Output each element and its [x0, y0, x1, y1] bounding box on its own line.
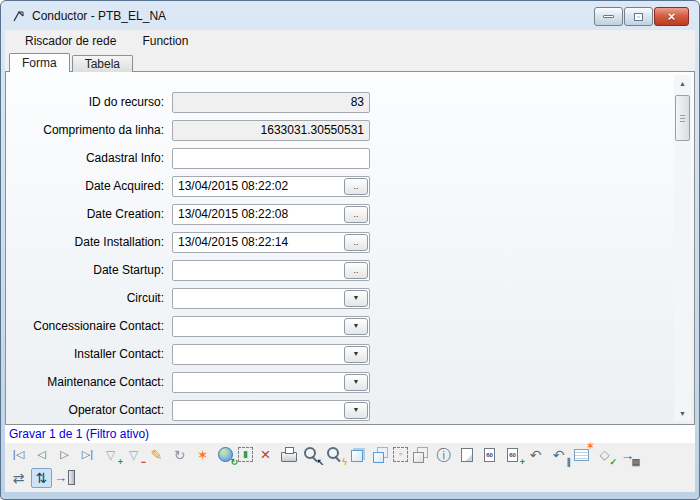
- select-area-icon[interactable]: ▮: [238, 447, 253, 462]
- refresh-icon[interactable]: ↻: [169, 445, 190, 465]
- field-text[interactable]: [173, 345, 344, 364]
- cube-select-icon[interactable]: ▫: [393, 447, 408, 462]
- date-picker-button[interactable]: ..: [344, 178, 368, 195]
- field-input[interactable]: [172, 148, 370, 169]
- info-icon[interactable]: ⓘ: [433, 445, 454, 465]
- date-picker-button[interactable]: ..: [344, 206, 368, 223]
- conductor-icon: [11, 8, 27, 24]
- main-toolbar: |◁ ◁ ▷ ▷| ▽ + ▽ − ✎ ↻ ✶ ↻ ▮: [5, 443, 695, 466]
- field-text[interactable]: [173, 289, 344, 308]
- restore-icon: [634, 13, 643, 21]
- field-input[interactable]: ▼: [172, 344, 370, 365]
- zoom-flash-icon[interactable]: ϟ: [324, 445, 345, 465]
- scrollbar-thumb[interactable]: [675, 95, 690, 141]
- zoom-pointer-icon[interactable]: ↖: [301, 445, 322, 465]
- previous-record-icon[interactable]: ◁: [31, 445, 52, 465]
- secondary-toolbar: ⇄ ⇅ →: [5, 466, 695, 492]
- scroll-down-icon[interactable]: ▼: [674, 405, 691, 421]
- close-icon: ×: [668, 10, 676, 23]
- cube-icon[interactable]: [347, 445, 368, 465]
- field-input[interactable]: ..: [172, 232, 370, 253]
- field-text[interactable]: [173, 93, 369, 112]
- first-record-icon[interactable]: |◁: [8, 445, 29, 465]
- field-input[interactable]: ▼: [172, 372, 370, 393]
- field-text[interactable]: [173, 261, 344, 280]
- delete-icon[interactable]: ×: [255, 445, 276, 465]
- menu-function[interactable]: Function: [142, 34, 188, 48]
- menu-bar: Riscador de rede Function: [5, 30, 695, 51]
- spark-icon[interactable]: ✶: [192, 445, 213, 465]
- field-text[interactable]: [173, 233, 344, 252]
- edit-pencil-icon[interactable]: ✎: [146, 445, 167, 465]
- field-label: Maintenance Contact:: [6, 375, 172, 389]
- exit-icon[interactable]: →: [54, 468, 75, 488]
- form-row: Date Acquired: ..: [6, 172, 694, 200]
- field-label: Cadastral Info:: [6, 151, 172, 165]
- network-flow-icon[interactable]: ⇄: [8, 468, 29, 488]
- window-controls: ×: [594, 7, 689, 26]
- form-row: ID do recurso:: [6, 88, 694, 116]
- new-note-icon[interactable]: ✶: [571, 445, 592, 465]
- next-record-icon[interactable]: ▷: [54, 445, 75, 465]
- print-icon[interactable]: [278, 445, 299, 465]
- field-label: Comprimento da linha:: [6, 123, 172, 137]
- dropdown-button[interactable]: ▼: [344, 318, 368, 335]
- cubes-copy-icon[interactable]: [370, 445, 391, 465]
- form-row: Cadastral Info:: [6, 144, 694, 172]
- field-text[interactable]: [173, 205, 344, 224]
- last-record-icon[interactable]: ▷|: [77, 445, 98, 465]
- form-row: Installer Contact: ▼: [6, 340, 694, 368]
- add-report-icon[interactable]: 60 +: [502, 445, 523, 465]
- field-text[interactable]: [173, 177, 344, 196]
- export-data-icon[interactable]: → ▤: [617, 445, 638, 465]
- globe-refresh-icon[interactable]: ↻: [215, 445, 236, 465]
- trace-path-icon[interactable]: ↶: [525, 445, 546, 465]
- dropdown-button[interactable]: ▼: [344, 374, 368, 391]
- field-text[interactable]: [173, 401, 344, 420]
- remove-filter-icon[interactable]: ▽ −: [123, 445, 144, 465]
- add-filter-icon[interactable]: ▽ +: [100, 445, 121, 465]
- field-input[interactable]: [172, 120, 370, 141]
- dropdown-button[interactable]: ▼: [344, 290, 368, 307]
- report-icon[interactable]: 60: [479, 445, 500, 465]
- field-input[interactable]: ..: [172, 204, 370, 225]
- menu-riscador-de-rede[interactable]: Riscador de rede: [25, 34, 116, 48]
- validate-icon[interactable]: ◇ ✓: [594, 445, 615, 465]
- field-input[interactable]: ▼: [172, 316, 370, 337]
- title-bar: Conductor - PTB_EL_NA ×: [5, 1, 695, 30]
- field-text[interactable]: [173, 373, 344, 392]
- cubes-gray-icon[interactable]: [410, 445, 431, 465]
- form-row: Comprimento da linha:: [6, 116, 694, 144]
- form: ID do recurso: Comprimento da linha: Cad…: [6, 72, 694, 424]
- date-picker-button[interactable]: ..: [344, 234, 368, 251]
- tab-tabela[interactable]: Tabela: [72, 55, 133, 72]
- field-input[interactable]: [172, 92, 370, 113]
- form-row: Operator Contact: ▼: [6, 396, 694, 424]
- field-input[interactable]: ▼: [172, 400, 370, 421]
- vertical-scrollbar[interactable]: ▲ ▼: [674, 75, 691, 421]
- field-input[interactable]: ..: [172, 176, 370, 197]
- form-row: Maintenance Contact: ▼: [6, 368, 694, 396]
- minimize-button[interactable]: [594, 7, 623, 26]
- field-input[interactable]: ▼: [172, 288, 370, 309]
- dropdown-button[interactable]: ▼: [344, 346, 368, 363]
- dialog-window: Conductor - PTB_EL_NA × Riscador de rede…: [0, 0, 700, 500]
- scroll-up-icon[interactable]: ▲: [674, 75, 691, 91]
- restore-button[interactable]: [624, 7, 653, 26]
- form-row: Date Startup: ..: [6, 256, 694, 284]
- form-row: Circuit: ▼: [6, 284, 694, 312]
- tab-forma[interactable]: Forma: [9, 53, 70, 72]
- field-label: Date Installation:: [6, 235, 172, 249]
- field-text[interactable]: [173, 121, 369, 140]
- close-button[interactable]: ×: [654, 7, 689, 26]
- preferences-icon[interactable]: ⇅: [31, 468, 52, 488]
- field-input[interactable]: ..: [172, 260, 370, 281]
- form-row: Date Installation: ..: [6, 228, 694, 256]
- field-text[interactable]: [173, 149, 369, 168]
- trace-multipath-icon[interactable]: ↶ ∥: [548, 445, 569, 465]
- field-text[interactable]: [173, 317, 344, 336]
- dropdown-button[interactable]: ▼: [344, 402, 368, 419]
- document-icon[interactable]: [456, 445, 477, 465]
- field-label: Date Acquired:: [6, 179, 172, 193]
- date-picker-button[interactable]: ..: [344, 262, 368, 279]
